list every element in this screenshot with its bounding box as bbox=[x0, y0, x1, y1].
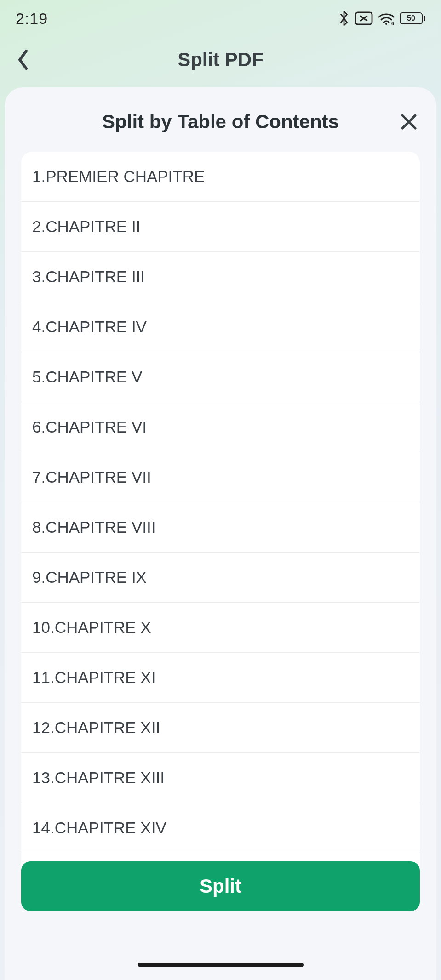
status-time: 2:19 bbox=[16, 10, 48, 28]
toc-item[interactable]: 3.CHAPITRE III bbox=[21, 252, 420, 302]
status-icons: 6 50 bbox=[338, 10, 425, 27]
battery-icon: 50 bbox=[400, 12, 425, 24]
toc-item[interactable]: 1.PREMIER CHAPITRE bbox=[21, 152, 420, 202]
svg-text:6: 6 bbox=[391, 21, 394, 25]
battery-level: 50 bbox=[400, 12, 423, 24]
toc-item[interactable]: 11.CHAPITRE XI bbox=[21, 653, 420, 703]
app-bar: Split PDF bbox=[0, 37, 441, 83]
page-title: Split PDF bbox=[0, 49, 441, 71]
split-card: Split by Table of Contents 1.PREMIER CHA… bbox=[5, 87, 436, 980]
toc-item[interactable]: 2.CHAPITRE II bbox=[21, 202, 420, 252]
toc-item[interactable]: 10.CHAPITRE X bbox=[21, 603, 420, 653]
toc-item[interactable]: 13.CHAPITRE XIII bbox=[21, 753, 420, 803]
wifi-icon: 6 bbox=[378, 11, 395, 25]
close-icon bbox=[400, 113, 418, 131]
toc-item[interactable]: 9.CHAPITRE IX bbox=[21, 553, 420, 603]
toc-list: 1.PREMIER CHAPITRE 2.CHAPITRE II 3.CHAPI… bbox=[21, 152, 420, 903]
svg-point-1 bbox=[385, 23, 387, 25]
home-indicator[interactable] bbox=[138, 963, 304, 967]
close-button[interactable] bbox=[398, 111, 420, 133]
card-header: Split by Table of Contents bbox=[5, 106, 436, 138]
chevron-left-icon bbox=[16, 49, 30, 70]
status-bar: 2:19 6 50 bbox=[0, 0, 441, 37]
toc-item[interactable]: 5.CHAPITRE V bbox=[21, 352, 420, 402]
toc-item[interactable]: 4.CHAPITRE IV bbox=[21, 302, 420, 352]
bluetooth-icon bbox=[338, 10, 350, 27]
toc-item[interactable]: 8.CHAPITRE VIII bbox=[21, 502, 420, 553]
split-button[interactable]: Split bbox=[21, 861, 420, 911]
toc-item[interactable]: 12.CHAPITRE XII bbox=[21, 703, 420, 753]
card-title: Split by Table of Contents bbox=[102, 111, 339, 133]
screen-cast-icon bbox=[355, 11, 373, 25]
toc-item[interactable]: 6.CHAPITRE VI bbox=[21, 402, 420, 452]
back-button[interactable] bbox=[5, 37, 41, 83]
toc-item[interactable]: 14.CHAPITRE XIV bbox=[21, 803, 420, 853]
toc-item[interactable]: 7.CHAPITRE VII bbox=[21, 452, 420, 502]
